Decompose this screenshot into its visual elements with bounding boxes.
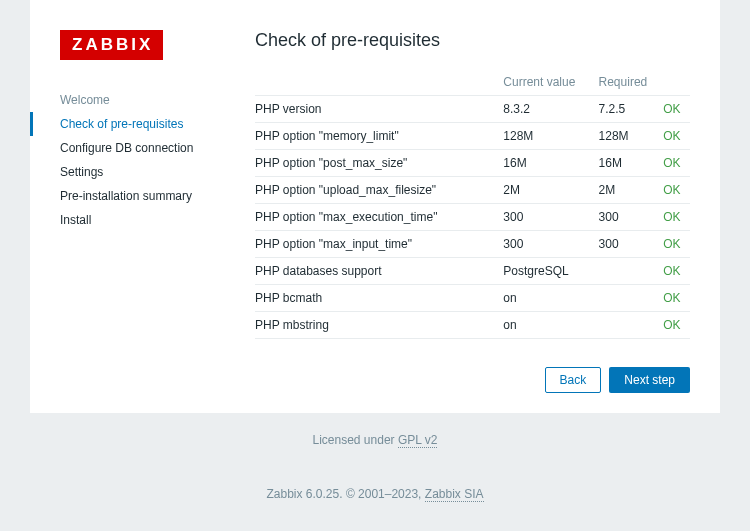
- sidebar: ZABBIX WelcomeCheck of pre-requisitesCon…: [60, 30, 225, 393]
- cell-current: 300: [495, 204, 590, 231]
- cell-name: PHP option "mbstring.func_overload": [255, 339, 495, 348]
- step-item[interactable]: Configure DB connection: [60, 136, 225, 160]
- cell-name: PHP option "max_execution_time": [255, 204, 495, 231]
- cell-status: OK: [655, 231, 690, 258]
- cell-status: OK: [655, 339, 690, 348]
- cell-required: off: [591, 339, 656, 348]
- cell-status: OK: [655, 150, 690, 177]
- cell-name: PHP option "max_input_time": [255, 231, 495, 258]
- steps-list: WelcomeCheck of pre-requisitesConfigure …: [60, 88, 225, 232]
- cell-required: 7.2.5: [591, 96, 656, 123]
- requirements-tbody: PHP version8.3.27.2.5OKPHP option "memor…: [255, 96, 690, 348]
- logo: ZABBIX: [60, 30, 163, 60]
- cell-current: 16M: [495, 150, 590, 177]
- cell-status: OK: [655, 177, 690, 204]
- license-link[interactable]: GPL v2: [398, 433, 438, 448]
- footer: Licensed under GPL v2 Zabbix 6.0.25. © 2…: [0, 433, 750, 501]
- table-row: PHP option "post_max_size"16M16MOK: [255, 150, 690, 177]
- cell-required: [591, 258, 656, 285]
- cell-status: OK: [655, 285, 690, 312]
- cell-name: PHP option "post_max_size": [255, 150, 495, 177]
- requirements-scroll[interactable]: Current value Required PHP version8.3.27…: [255, 69, 690, 347]
- cell-required: 300: [591, 231, 656, 258]
- back-button[interactable]: Back: [545, 367, 602, 393]
- next-step-button[interactable]: Next step: [609, 367, 690, 393]
- footer-license: Licensed under GPL v2: [0, 433, 750, 447]
- cell-status: OK: [655, 204, 690, 231]
- cell-current: 128M: [495, 123, 590, 150]
- cell-name: PHP option "memory_limit": [255, 123, 495, 150]
- page-title: Check of pre-requisites: [255, 30, 690, 51]
- cell-status: OK: [655, 96, 690, 123]
- step-item[interactable]: Install: [60, 208, 225, 232]
- header-name: [255, 69, 495, 96]
- cell-required: 16M: [591, 150, 656, 177]
- header-required: Required: [591, 69, 656, 96]
- cell-name: PHP databases support: [255, 258, 495, 285]
- button-row: Back Next step: [255, 367, 690, 393]
- cell-current: 300: [495, 231, 590, 258]
- cell-status: OK: [655, 123, 690, 150]
- setup-card: ZABBIX WelcomeCheck of pre-requisitesCon…: [30, 0, 720, 413]
- table-row: PHP option "max_execution_time"300300OK: [255, 204, 690, 231]
- footer-version: Zabbix 6.0.25. © 2001–2023, Zabbix SIA: [0, 487, 750, 501]
- cell-required: [591, 285, 656, 312]
- table-row: PHP option "memory_limit"128M128MOK: [255, 123, 690, 150]
- cell-name: PHP version: [255, 96, 495, 123]
- main-content: Check of pre-requisites Current value Re…: [255, 30, 690, 393]
- table-row: PHP option "mbstring.func_overload"offof…: [255, 339, 690, 348]
- cell-status: OK: [655, 258, 690, 285]
- cell-name: PHP mbstring: [255, 312, 495, 339]
- step-item[interactable]: Check of pre-requisites: [60, 112, 225, 136]
- cell-current: 2M: [495, 177, 590, 204]
- cell-required: 128M: [591, 123, 656, 150]
- cell-current: off: [495, 339, 590, 348]
- table-row: PHP mbstringonOK: [255, 312, 690, 339]
- cell-required: 2M: [591, 177, 656, 204]
- step-item[interactable]: Welcome: [60, 88, 225, 112]
- step-item[interactable]: Settings: [60, 160, 225, 184]
- cell-current: on: [495, 312, 590, 339]
- cell-required: [591, 312, 656, 339]
- company-link[interactable]: Zabbix SIA: [425, 487, 484, 502]
- cell-required: 300: [591, 204, 656, 231]
- table-row: PHP version8.3.27.2.5OK: [255, 96, 690, 123]
- table-row: PHP bcmathonOK: [255, 285, 690, 312]
- cell-current: on: [495, 285, 590, 312]
- table-row: PHP option "upload_max_filesize"2M2MOK: [255, 177, 690, 204]
- requirements-table: Current value Required PHP version8.3.27…: [255, 69, 690, 347]
- cell-current: PostgreSQL: [495, 258, 590, 285]
- cell-status: OK: [655, 312, 690, 339]
- table-row: PHP databases supportPostgreSQLOK: [255, 258, 690, 285]
- header-current: Current value: [495, 69, 590, 96]
- cell-current: 8.3.2: [495, 96, 590, 123]
- cell-name: PHP bcmath: [255, 285, 495, 312]
- header-status: [655, 69, 690, 96]
- step-item[interactable]: Pre-installation summary: [60, 184, 225, 208]
- cell-name: PHP option "upload_max_filesize": [255, 177, 495, 204]
- table-row: PHP option "max_input_time"300300OK: [255, 231, 690, 258]
